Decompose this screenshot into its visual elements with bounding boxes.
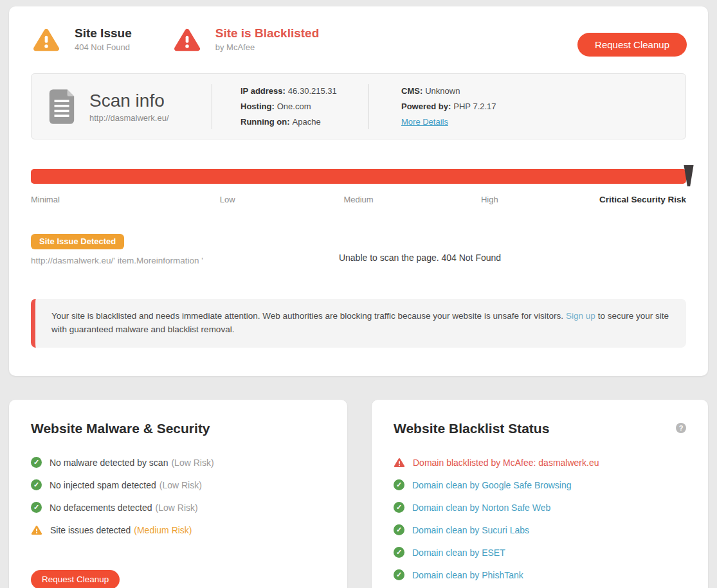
list-item: ✓ Domain clean by Sucuri Labs <box>394 524 686 536</box>
blacklist-alert: Your site is blacklisted and needs immed… <box>31 299 686 348</box>
hosting-value: One.com <box>277 102 311 111</box>
blacklist-item-text[interactable]: Domain blacklisted by McAfee: dasmalwerk… <box>413 458 599 468</box>
warning-triangle-icon <box>32 27 60 53</box>
more-details-link[interactable]: More Details <box>401 117 448 127</box>
risk-label-low: Low <box>220 195 235 204</box>
cms-label: CMS: <box>401 86 422 96</box>
scan-details-right: CMS:Unknown Powered by:PHP 7.2.17 More D… <box>369 84 529 130</box>
malware-item-text: No malware detected by scan <box>50 458 168 468</box>
list-item: ✓ No defacements detected (Low Risk) <box>31 501 325 513</box>
help-icon[interactable]: ? <box>676 423 686 433</box>
check-circle-icon: ✓ <box>31 502 42 513</box>
request-cleanup-button[interactable]: Request Cleanup <box>577 33 687 57</box>
cms-value: Unknown <box>425 86 460 96</box>
error-triangle-icon <box>173 27 201 53</box>
ip-value: 46.30.215.31 <box>288 86 337 96</box>
check-circle-icon: ✓ <box>394 479 404 490</box>
list-item: ✓ Domain clean by Norton Safe Web <box>394 501 686 513</box>
check-circle-icon: ✓ <box>31 457 42 468</box>
blacklist-subtitle: by McAfee <box>215 42 320 52</box>
list-item: ✓ Domain clean by ESET <box>394 546 686 558</box>
running-on-value: Apache <box>293 117 321 127</box>
list-item: ✓ Domain clean by Google Safe Browsing <box>394 479 686 491</box>
blacklist-item-link[interactable]: Domain clean by PhishTank <box>412 570 523 580</box>
blacklist-item-link[interactable]: Domain clean by Sucuri Labs <box>412 525 529 535</box>
blacklist-card-title: Website Blacklist Status <box>394 420 549 436</box>
scan-details-left: IP address:46.30.215.31 Hosting:One.com … <box>212 84 368 130</box>
risk-bar <box>31 169 686 184</box>
risk-meter: Minimal Low Medium High Critical Securit… <box>31 169 686 206</box>
malware-item-text: No injected spam detected <box>50 480 156 490</box>
malware-card-title: Website Malware & Security <box>31 420 325 436</box>
blacklist-status-card: Website Blacklist Status ? Domain blackl… <box>372 400 708 588</box>
request-cleanup-button[interactable]: Request Cleanup <box>31 570 120 588</box>
malware-status-list: ✓ No malware detected by scan (Low Risk)… <box>31 456 325 536</box>
risk-level-marker <box>683 165 694 186</box>
scanned-url: http://dasmalwerk.eu/ <box>89 113 169 123</box>
document-icon <box>47 88 77 125</box>
malware-item-text: No defacements detected <box>50 503 152 513</box>
site-issue-status: Site Issue 404 Not Found <box>32 26 132 53</box>
blacklist-title: Site is Blacklisted <box>215 26 320 40</box>
check-circle-icon: ✓ <box>394 502 404 513</box>
risk-label-medium: Medium <box>343 195 373 204</box>
site-issue-badge: Site Issue Detected <box>31 234 124 249</box>
check-circle-icon: ✓ <box>394 524 404 535</box>
blacklist-status: Site is Blacklisted by McAfee <box>173 26 320 53</box>
site-issue-title: Site Issue <box>75 26 132 40</box>
error-triangle-icon <box>394 458 405 468</box>
blacklist-item-link[interactable]: Domain clean by Google Safe Browsing <box>412 480 571 490</box>
warning-triangle-icon <box>31 525 42 535</box>
scan-info-panel: Scan info http://dasmalwerk.eu/ IP addre… <box>31 73 686 139</box>
risk-label-minimal: Minimal <box>31 195 60 204</box>
list-item: Domain blacklisted by McAfee: dasmalwerk… <box>394 456 686 468</box>
blacklist-status-list: Domain blacklisted by McAfee: dasmalwerk… <box>394 456 686 581</box>
site-issue-subtitle: 404 Not Found <box>75 42 132 52</box>
risk-scale-labels: Minimal Low Medium High Critical Securit… <box>31 195 686 206</box>
list-item: ✓ Domain clean by PhishTank <box>394 569 686 581</box>
check-circle-icon: ✓ <box>394 547 404 558</box>
issue-message: Unable to scan the page. 404 Not Found <box>339 253 686 265</box>
malware-item-text: Site issues detected <box>50 525 131 535</box>
risk-label-high: High <box>481 195 498 204</box>
ip-label: IP address: <box>241 86 286 96</box>
alert-text-before: Your site is blacklisted and needs immed… <box>51 311 563 321</box>
check-circle-icon: ✓ <box>394 569 404 580</box>
scan-result-card: Site Issue 404 Not Found Site is Blackli… <box>9 6 708 376</box>
risk-level-label: (Low Risk) <box>156 503 198 513</box>
powered-by-label: Powered by: <box>401 102 451 111</box>
scan-info-title: Scan info <box>89 91 169 111</box>
hosting-label: Hosting: <box>241 102 275 111</box>
risk-label-critical: Critical Security Risk <box>599 195 686 204</box>
blacklist-item-link[interactable]: Domain clean by Norton Safe Web <box>412 503 550 513</box>
running-on-label: Running on: <box>241 117 290 127</box>
issue-url: http://dasmalwerk.eu/' item.Moreinformat… <box>31 256 339 265</box>
check-circle-icon: ✓ <box>31 479 42 490</box>
sign-up-link[interactable]: Sign up <box>566 311 595 321</box>
list-item: Site issues detected (Medium Risk) <box>31 524 325 536</box>
blacklist-item-link[interactable]: Domain clean by ESET <box>412 548 505 558</box>
malware-security-card: Website Malware & Security ✓ No malware … <box>9 400 347 588</box>
issue-detail-row: Site Issue Detected http://dasmalwerk.eu… <box>31 234 686 265</box>
powered-by-value: PHP 7.2.17 <box>453 102 496 111</box>
risk-level-label: (Low Risk) <box>171 458 213 468</box>
list-item: ✓ No injected spam detected (Low Risk) <box>31 479 325 491</box>
summary-cards: Website Malware & Security ✓ No malware … <box>9 400 708 588</box>
risk-level-label: (Low Risk) <box>159 480 202 490</box>
list-item: ✓ No malware detected by scan (Low Risk) <box>31 456 325 468</box>
risk-level-label: (Medium Risk) <box>134 525 192 535</box>
scan-header: Site Issue 404 Not Found Site is Blackli… <box>9 6 708 57</box>
